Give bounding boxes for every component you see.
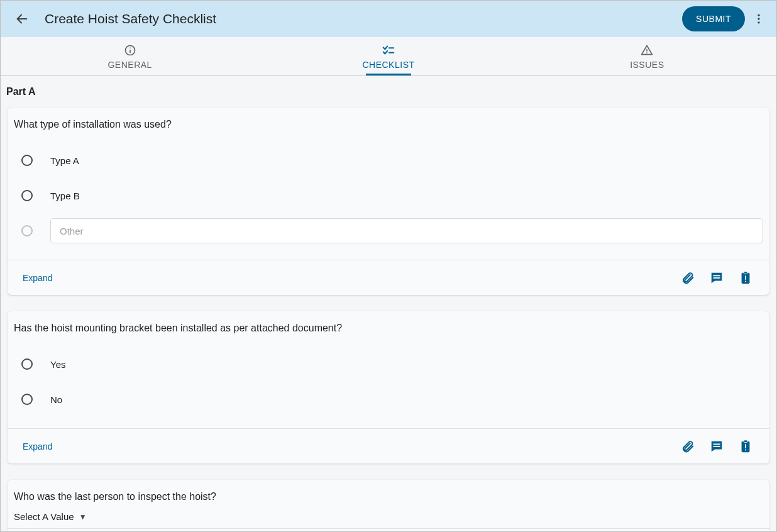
option-label-no: No bbox=[50, 394, 62, 405]
option-label-yes: Yes bbox=[50, 359, 65, 370]
option-no[interactable]: No bbox=[14, 382, 763, 417]
attachment-button-1[interactable] bbox=[675, 265, 700, 291]
svg-rect-12 bbox=[714, 277, 720, 279]
warning-triangle-icon bbox=[641, 44, 653, 57]
tab-general-label: GENERAL bbox=[107, 60, 152, 70]
svg-rect-22 bbox=[745, 449, 746, 450]
question-text-1: What type of installation was used? bbox=[14, 119, 763, 130]
option-label-type-a: Type A bbox=[50, 155, 79, 166]
info-icon bbox=[124, 44, 136, 57]
back-button[interactable] bbox=[13, 10, 31, 28]
expand-button-2[interactable]: Expand bbox=[23, 441, 52, 452]
comment-button-1[interactable] bbox=[704, 265, 729, 291]
clipboard-alert-icon bbox=[739, 440, 752, 453]
radio-yes[interactable] bbox=[21, 358, 33, 370]
svg-rect-20 bbox=[744, 440, 747, 442]
more-menu-button[interactable] bbox=[750, 6, 768, 31]
svg-point-10 bbox=[646, 52, 648, 53]
radio-no[interactable] bbox=[21, 394, 33, 405]
question-card-1: What type of installation was used? Type… bbox=[8, 108, 769, 295]
submit-button[interactable]: SUBMIT bbox=[682, 6, 745, 31]
svg-rect-11 bbox=[714, 275, 720, 276]
option-type-b[interactable]: Type B bbox=[14, 178, 763, 213]
tab-general[interactable]: GENERAL bbox=[1, 37, 259, 75]
other-input[interactable] bbox=[50, 218, 763, 243]
question-text-3: Who was the last person to inspect the h… bbox=[14, 491, 763, 502]
option-type-a[interactable]: Type A bbox=[14, 143, 763, 178]
app-header: Create Hoist Safety Checklist SUBMIT bbox=[1, 1, 776, 37]
comment-button-2[interactable] bbox=[704, 434, 729, 459]
issue-button-1[interactable] bbox=[733, 265, 758, 291]
option-yes[interactable]: Yes bbox=[14, 346, 763, 382]
svg-point-3 bbox=[758, 21, 759, 23]
paperclip-icon bbox=[681, 440, 695, 453]
content-area: Part A What type of installation was use… bbox=[1, 76, 776, 531]
arrow-left-icon bbox=[15, 12, 29, 26]
svg-point-6 bbox=[130, 47, 131, 48]
comment-icon bbox=[710, 440, 724, 453]
question-card-3: Who was the last person to inspect the h… bbox=[8, 480, 769, 531]
radio-type-a[interactable] bbox=[21, 155, 33, 166]
tab-checklist-label: CHECKLIST bbox=[362, 60, 414, 70]
svg-rect-21 bbox=[745, 444, 746, 448]
option-label-type-b: Type B bbox=[50, 191, 80, 201]
question-card-2: Has the hoist mounting bracket been inst… bbox=[8, 311, 769, 463]
clipboard-alert-icon bbox=[739, 271, 752, 285]
question-text-2: Has the hoist mounting bracket been inst… bbox=[14, 323, 763, 334]
radio-other[interactable] bbox=[21, 225, 33, 236]
expand-button-1[interactable]: Expand bbox=[23, 273, 52, 283]
tab-issues-label: ISSUES bbox=[630, 60, 664, 70]
comment-icon bbox=[710, 271, 724, 285]
tab-issues[interactable]: ISSUES bbox=[518, 37, 776, 75]
svg-point-2 bbox=[758, 18, 759, 19]
svg-rect-16 bbox=[745, 280, 746, 282]
select-placeholder: Select A Value bbox=[14, 511, 74, 522]
tab-checklist[interactable]: CHECKLIST bbox=[259, 37, 517, 75]
radio-type-b[interactable] bbox=[21, 190, 33, 201]
svg-rect-18 bbox=[714, 446, 720, 447]
paperclip-icon bbox=[681, 271, 695, 285]
svg-rect-14 bbox=[744, 271, 747, 274]
page-title: Create Hoist Safety Checklist bbox=[45, 11, 216, 26]
caret-down-icon: ▼ bbox=[79, 513, 87, 521]
option-other bbox=[14, 213, 763, 248]
card-footer-2: Expand bbox=[8, 428, 769, 463]
inspector-select[interactable]: Select A Value ▼ bbox=[14, 511, 763, 522]
svg-rect-15 bbox=[745, 275, 746, 279]
card-footer-3: Expand bbox=[8, 528, 769, 531]
attachment-button-2[interactable] bbox=[675, 434, 700, 459]
svg-point-1 bbox=[758, 14, 759, 16]
svg-rect-17 bbox=[714, 443, 720, 445]
checklist-icon bbox=[382, 43, 395, 57]
issue-button-2[interactable] bbox=[733, 434, 758, 459]
tab-bar: GENERAL CHECKLIST ISSUES bbox=[1, 37, 776, 76]
more-vertical-icon bbox=[752, 13, 765, 25]
section-title: Part A bbox=[1, 76, 776, 108]
card-footer-1: Expand bbox=[8, 260, 769, 295]
